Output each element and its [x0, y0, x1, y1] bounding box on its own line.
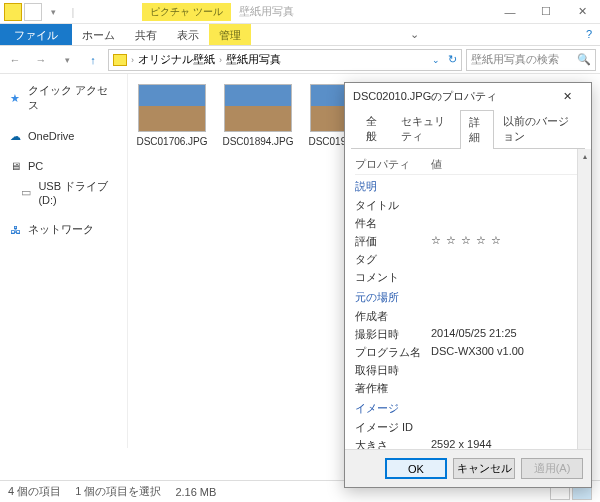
- section-origin: 元の場所: [355, 286, 581, 307]
- chevron-right-icon: ›: [219, 55, 222, 65]
- property-row: 作成者: [355, 307, 581, 325]
- cloud-icon: ☁: [8, 129, 22, 143]
- tab-previous-versions[interactable]: 以前のバージョン: [494, 109, 579, 148]
- property-row: タグ: [355, 250, 581, 268]
- chevron-right-icon: ›: [131, 55, 134, 65]
- property-row: コメント: [355, 268, 581, 286]
- section-description: 説明: [355, 175, 581, 196]
- window-titlebar: ▾ | ピクチャ ツール 壁紙用写真 — ☐ ✕: [0, 0, 600, 24]
- ribbon-expand-icon[interactable]: ⌄: [402, 24, 427, 45]
- property-row: プログラム名DSC-WX300 v1.00: [355, 343, 581, 361]
- property-row: 著作権: [355, 379, 581, 397]
- star-icon: ★: [8, 91, 22, 105]
- folder-icon: [4, 3, 22, 21]
- thumbnail: [138, 84, 206, 132]
- property-row: 取得日時: [355, 361, 581, 379]
- sidebar-item-onedrive[interactable]: ☁OneDrive: [4, 126, 123, 146]
- scroll-up-icon[interactable]: ▴: [578, 149, 591, 163]
- tab-general[interactable]: 全般: [357, 109, 392, 148]
- ok-button[interactable]: OK: [385, 458, 447, 479]
- close-button[interactable]: ✕: [564, 0, 600, 24]
- tool-tab-label: ピクチャ ツール: [142, 3, 231, 21]
- pc-icon: 🖥: [8, 159, 22, 173]
- sidebar-item-quick-access[interactable]: ★クイック アクセス: [4, 80, 123, 116]
- address-bar: ← → ▾ ↑ › オリジナル壁紙 › 壁紙用写真 ⌄ ↻ 壁紙用写真の検索 🔍: [0, 46, 600, 74]
- help-icon[interactable]: ?: [578, 24, 600, 45]
- dialog-titlebar[interactable]: DSC02010.JPGのプロパティ ✕: [345, 83, 591, 109]
- properties-dialog: DSC02010.JPGのプロパティ ✕ 全般 セキュリティ 詳細 以前のバージ…: [344, 82, 592, 488]
- sidebar-item-pc[interactable]: 🖥PC: [4, 156, 123, 176]
- scrollbar[interactable]: ▴: [577, 149, 591, 449]
- breadcrumb-item[interactable]: 壁紙用写真: [226, 52, 281, 67]
- rating-stars[interactable]: ☆ ☆ ☆ ☆ ☆: [431, 234, 581, 249]
- dialog-tabs: 全般 セキュリティ 詳細 以前のバージョン: [351, 109, 585, 149]
- folder-icon: [113, 54, 127, 66]
- property-row: 大きさ2592 x 1944: [355, 436, 581, 449]
- property-row: 件名: [355, 214, 581, 232]
- section-image: イメージ: [355, 397, 581, 418]
- refresh-icon[interactable]: ↻: [448, 53, 457, 66]
- property-row: タイトル: [355, 196, 581, 214]
- usb-icon: ▭: [20, 186, 32, 200]
- tab-share[interactable]: 共有: [125, 24, 167, 45]
- maximize-button[interactable]: ☐: [528, 0, 564, 24]
- ribbon-tabs: ファイル ホーム 共有 表示 管理 ⌄ ?: [0, 24, 600, 46]
- tab-view[interactable]: 表示: [167, 24, 209, 45]
- search-icon: 🔍: [577, 53, 591, 66]
- status-size: 2.16 MB: [175, 486, 216, 498]
- contextual-tool-tab: ピクチャ ツール: [142, 3, 231, 21]
- window-location: 壁紙用写真: [239, 4, 294, 19]
- apply-button[interactable]: 適用(A): [521, 458, 583, 479]
- nav-forward-button: →: [30, 49, 52, 71]
- sidebar-item-network[interactable]: 🖧ネットワーク: [4, 219, 123, 240]
- tab-file[interactable]: ファイル: [0, 24, 72, 45]
- property-row: 評価☆ ☆ ☆ ☆ ☆: [355, 232, 581, 250]
- tab-manage[interactable]: 管理: [209, 24, 251, 45]
- tab-security[interactable]: セキュリティ: [392, 109, 460, 148]
- property-header: プロパティ 値: [355, 155, 581, 175]
- address-dropdown-icon[interactable]: ⌄: [432, 55, 440, 65]
- nav-up-button[interactable]: ↑: [82, 49, 104, 71]
- qat-dropdown[interactable]: ▾: [44, 3, 62, 21]
- network-icon: 🖧: [8, 223, 22, 237]
- qat-button[interactable]: [24, 3, 42, 21]
- breadcrumb-item[interactable]: オリジナル壁紙: [138, 52, 215, 67]
- property-row: 撮影日時2014/05/25 21:25: [355, 325, 581, 343]
- file-item[interactable]: DSC01706.JPG: [136, 84, 208, 147]
- dialog-body: プロパティ 値 説明 タイトル 件名 評価☆ ☆ ☆ ☆ ☆ タグ コメント 元…: [345, 149, 591, 449]
- qat-separator: |: [64, 3, 82, 21]
- dialog-buttons: OK キャンセル 適用(A): [345, 449, 591, 487]
- file-item[interactable]: DSC01894.JPG: [222, 84, 294, 147]
- minimize-button[interactable]: —: [492, 0, 528, 24]
- search-placeholder: 壁紙用写真の検索: [471, 52, 559, 67]
- search-input[interactable]: 壁紙用写真の検索 🔍: [466, 49, 596, 71]
- address-input[interactable]: › オリジナル壁紙 › 壁紙用写真 ⌄ ↻: [108, 49, 462, 71]
- cancel-button[interactable]: キャンセル: [453, 458, 515, 479]
- sidebar-item-usb[interactable]: ▭USB ドライブ (D:): [4, 176, 123, 209]
- tab-details[interactable]: 詳細: [460, 110, 495, 149]
- nav-back-button[interactable]: ←: [4, 49, 26, 71]
- dialog-close-button[interactable]: ✕: [551, 85, 583, 107]
- status-selection: 1 個の項目を選択: [75, 484, 161, 499]
- nav-history-dropdown[interactable]: ▾: [56, 49, 78, 71]
- thumbnail: [224, 84, 292, 132]
- property-row: イメージ ID: [355, 418, 581, 436]
- status-item-count: 4 個の項目: [8, 484, 61, 499]
- dialog-title: DSC02010.JPGのプロパティ: [353, 89, 497, 104]
- tab-home[interactable]: ホーム: [72, 24, 125, 45]
- navigation-pane: ★クイック アクセス ☁OneDrive 🖥PC ▭USB ドライブ (D:) …: [0, 74, 128, 448]
